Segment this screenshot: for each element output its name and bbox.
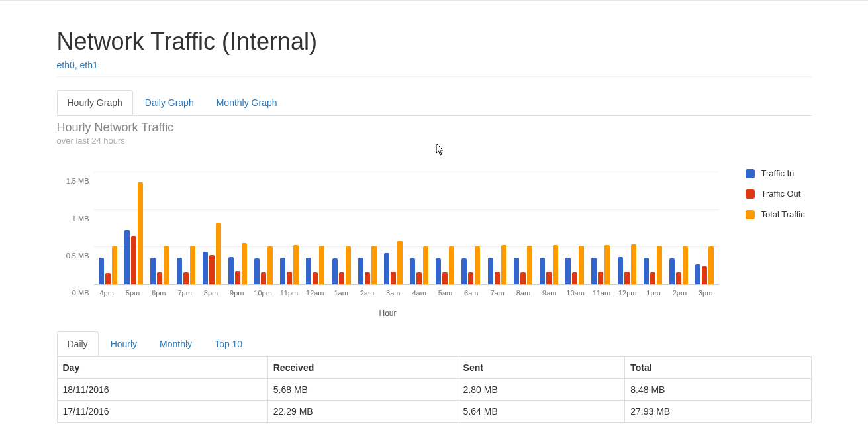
bar-in [618,257,623,284]
bar-out [442,272,448,284]
graph-tabs: Hourly GraphDaily GraphMonthly Graph [57,90,812,116]
chart-legend: Traffic InTraffic OutTotal Traffic [719,166,812,318]
table-tab-hourly[interactable]: Hourly [100,331,148,356]
page-title: Network Traffic (Internal) [57,28,812,56]
legend-label: Traffic Out [761,189,801,199]
table-tab-daily[interactable]: Daily [57,331,99,356]
bar-in [669,258,675,284]
bar-in [695,264,700,284]
graph-tab-hourly[interactable]: Hourly Graph [57,90,133,115]
table-cell-received: 22.29 MB [267,401,458,423]
bar-out [416,272,422,284]
table-cell-received: 5.68 MB [267,379,458,401]
bar-total [397,241,403,284]
x-tick: 9am [536,289,562,297]
interfaces-link[interactable]: eth0, eth1 [57,60,98,70]
bar-total [267,246,273,284]
bar-out [572,272,577,284]
bar-total [657,246,662,284]
legend-label: Total Traffic [761,209,805,219]
bar-in [124,230,130,284]
x-tick: 10pm [250,289,275,297]
x-tick: 11pm [276,289,302,297]
x-tick: 7am [484,289,510,297]
bar-total [527,246,532,284]
x-tick: 1am [328,289,354,297]
bar-total [579,246,584,284]
bar-group [380,166,406,284]
bar-group [614,166,640,284]
bar-out [468,272,473,284]
x-tick: 3am [380,289,406,297]
bar-in [177,258,182,284]
bar-total [371,246,377,284]
bar-group [354,166,380,284]
bar-group [303,166,328,284]
graph-tab-monthly[interactable]: Monthly Graph [206,90,288,115]
bar-out [183,272,189,284]
bar-in [488,258,493,284]
graph-tab-daily[interactable]: Daily Graph [134,90,205,115]
bar-group [147,166,173,284]
page-header: Network Traffic (Internal) eth0, eth1 [57,28,812,77]
bar-group [328,166,354,284]
table-row: 18/11/20165.68 MB2.80 MB8.48 MB [57,379,811,401]
bar-out [676,272,681,284]
bar-out [157,272,162,284]
bar-in [306,258,311,284]
bar-in [150,258,156,284]
x-tick: 5am [432,289,458,297]
x-tick: 8pm [198,289,224,297]
bar-out [391,272,396,284]
bar-in [358,258,363,284]
bar-total [138,182,143,284]
traffic-table: DayReceivedSentTotal 18/11/20165.68 MB2.… [57,356,812,423]
bar-group [484,166,510,284]
bar-group [562,166,588,284]
legend-item[interactable]: Traffic Out [746,189,812,199]
bar-out [339,272,344,284]
bar-in [591,258,597,284]
bar-total [112,246,117,284]
table-cell-sent: 5.64 MB [458,401,625,423]
table-tab-monthly[interactable]: Monthly [149,331,203,356]
bar-in [280,258,285,284]
y-tick: 1.5 MB [66,177,89,185]
x-tick: 2pm [667,289,693,297]
bar-group [277,166,303,284]
legend-item[interactable]: Traffic In [746,168,812,178]
bar-group [432,166,458,284]
bar-total [501,245,506,284]
legend-label: Traffic In [761,168,795,178]
table-column-header: Day [57,357,267,379]
bar-total [553,245,558,284]
bar-total [319,246,324,284]
table-tabs: DailyHourlyMonthlyTop 10 [57,331,812,357]
bar-out [624,272,630,284]
table-column-header: Sent [458,357,625,379]
bar-out [105,273,111,284]
bar-group [458,166,484,284]
bar-in [203,252,208,284]
bar-total [190,246,195,284]
chart-area: 0 MB0.5 MB1 MB1.5 MB 4pm5pm6pm7pm8pm9pm1… [57,166,719,318]
bar-in [410,258,415,284]
table-tab-top10[interactable]: Top 10 [204,331,253,356]
legend-swatch-icon [746,169,755,178]
bar-in [384,253,389,284]
bar-in [228,257,234,284]
legend-item[interactable]: Total Traffic [746,209,812,219]
bar-group [199,166,224,284]
y-tick: 0 MB [72,289,89,297]
bar-out [702,266,707,284]
bar-group [665,166,691,284]
bar-group [224,166,250,284]
bar-group [640,166,665,284]
x-tick: 9pm [224,289,250,297]
bar-out [235,271,240,284]
bar-out [313,272,318,284]
bar-out [495,272,500,284]
table-cell-day: 18/11/2016 [57,379,267,401]
table-header-row: DayReceivedSentTotal [57,357,811,379]
x-tick: 6pm [146,289,171,297]
